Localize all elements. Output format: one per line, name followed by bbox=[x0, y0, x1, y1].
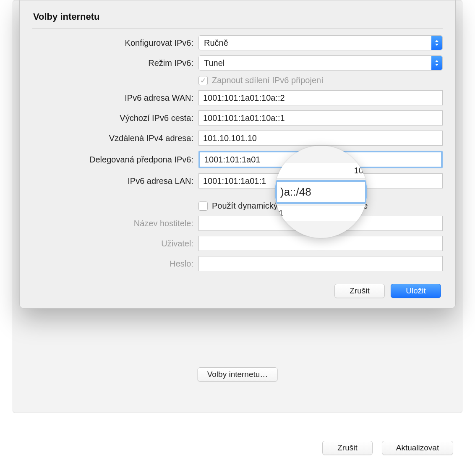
mode-ipv6-value: Tunel bbox=[204, 58, 224, 68]
configure-ipv6-value: Ručně bbox=[204, 38, 228, 48]
dynamic-hostname-checkbox[interactable] bbox=[198, 201, 208, 211]
dialog-cancel-button[interactable]: Zrušit bbox=[334, 284, 385, 298]
wan-address-input[interactable] bbox=[198, 90, 443, 105]
enable-sharing-label: Zapnout sdílení IPv6 připojení bbox=[212, 76, 324, 85]
select-stepper-icon bbox=[431, 56, 442, 70]
default-route-label: Výchozí IPv6 cesta: bbox=[32, 113, 198, 123]
enable-sharing-checkbox[interactable] bbox=[198, 76, 208, 85]
remote-ipv4-label: Vzdálená IPv4 adresa: bbox=[32, 133, 198, 143]
internet-options-button[interactable]: Volby internetu… bbox=[198, 367, 278, 382]
dialog-title: Volby internetu bbox=[32, 8, 443, 29]
magnifier-overlay: 10 )a::/48 1 bbox=[275, 146, 367, 238]
remote-ipv4-input[interactable] bbox=[198, 131, 443, 146]
dialog-save-button[interactable]: Uložit bbox=[391, 284, 441, 298]
internet-options-dialog: Volby internetu Konfigurovat IPv6: Ručně… bbox=[19, 0, 456, 309]
mode-ipv6-label: Režim IPv6: bbox=[32, 58, 198, 68]
password-input[interactable] bbox=[198, 256, 443, 271]
magnifier-top-fragment: 10 bbox=[275, 163, 367, 178]
user-label: Uživatel: bbox=[32, 239, 198, 248]
select-stepper-icon bbox=[431, 36, 442, 50]
bottom-cancel-button[interactable]: Zrušit bbox=[322, 441, 373, 455]
form: Konfigurovat IPv6: Ručně Režim IPv6: Tun… bbox=[32, 35, 443, 271]
bottom-update-button[interactable]: Aktualizovat bbox=[382, 441, 453, 455]
lan-address-label: IPv6 adresa LAN: bbox=[32, 176, 198, 186]
configure-ipv6-select[interactable]: Ručně bbox=[198, 35, 443, 50]
configure-ipv6-label: Konfigurovat IPv6: bbox=[32, 38, 198, 48]
default-route-input[interactable] bbox=[198, 110, 443, 126]
bottom-button-bar: Zrušit Aktualizovat bbox=[322, 441, 453, 455]
delegated-prefix-label: Delegovaná předpona IPv6: bbox=[32, 155, 198, 165]
wan-address-label: IPv6 adresa WAN: bbox=[32, 93, 198, 103]
magnifier-bottom-fragment: 1 bbox=[275, 206, 367, 221]
mode-ipv6-select[interactable]: Tunel bbox=[198, 55, 443, 71]
magnifier-focus-fragment: )a::/48 bbox=[275, 180, 367, 204]
hostname-label: Název hostitele: bbox=[32, 219, 198, 228]
user-input[interactable] bbox=[198, 236, 443, 251]
password-label: Heslo: bbox=[32, 259, 198, 269]
